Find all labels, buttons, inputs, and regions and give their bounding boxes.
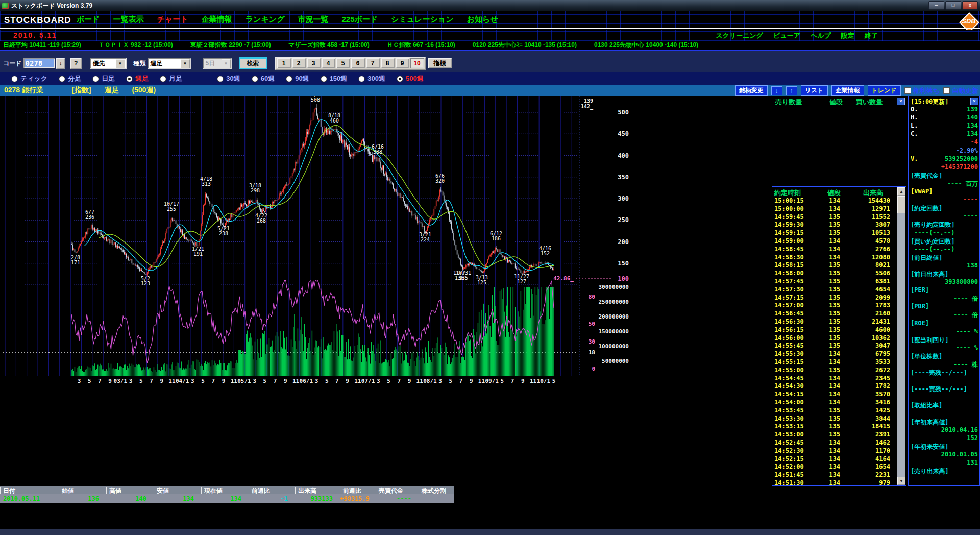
radio-circle-icon[interactable]	[11, 76, 18, 82]
menu-item-8[interactable]: シミュレーション	[391, 15, 453, 25]
radio-週足[interactable]: 週足	[126, 74, 149, 83]
chart-count-button-7[interactable]: 7	[366, 58, 380, 68]
chevron-down-icon[interactable]: ▼	[181, 59, 190, 68]
checkbox-2[interactable]: 自動更新	[943, 86, 978, 95]
right-link-3[interactable]: ヘルプ	[811, 31, 831, 40]
right-link-4[interactable]: 設定	[841, 31, 854, 40]
candle-body	[518, 269, 519, 269]
candle-body	[255, 202, 256, 202]
chart-count-button-10[interactable]: 10	[410, 58, 424, 68]
volume-bar	[413, 352, 413, 376]
chart-count-button-8[interactable]: 8	[381, 58, 395, 68]
trade-row: 14:54:001343416	[772, 399, 897, 407]
chevron-down-icon[interactable]: ▼	[116, 59, 125, 68]
menu-item-4[interactable]: 企業情報	[202, 15, 232, 25]
period-select[interactable]: 週足 ▼	[148, 58, 191, 69]
radio-30週[interactable]: 30週	[217, 74, 240, 83]
radio-circle-icon[interactable]	[160, 76, 166, 82]
scroll-thumb[interactable]	[897, 196, 905, 213]
checkbox-icon[interactable]	[904, 87, 911, 94]
checkbox-1[interactable]: 権利落ち	[904, 86, 940, 95]
candle-body	[93, 228, 94, 229]
radio-circle-icon[interactable]	[397, 76, 403, 82]
chart-count-button-3[interactable]: 3	[307, 58, 321, 68]
menu-item-2[interactable]: 一覧表示	[113, 15, 144, 25]
radio-circle-icon[interactable]	[59, 76, 65, 82]
radio-label: 90週	[295, 74, 309, 83]
candle-body	[506, 258, 507, 258]
header-button-1[interactable]: 銘柄変更	[735, 85, 768, 96]
radio-分足[interactable]: 分足	[59, 74, 81, 83]
candle-body	[112, 240, 113, 245]
volume-bar	[140, 367, 141, 376]
candle-body	[265, 206, 266, 212]
scroll-up-icon[interactable]: ▲	[897, 187, 905, 196]
info-line: L.134	[909, 122, 980, 130]
right-link-2[interactable]: ビューア	[773, 31, 800, 40]
chart-count-button-9[interactable]: 9	[396, 58, 409, 68]
candle-body	[222, 223, 223, 225]
chart-count-button-6[interactable]: 6	[351, 58, 365, 68]
radio-circle-icon[interactable]	[252, 76, 258, 82]
chart-count-button-4[interactable]: 4	[322, 58, 335, 68]
info-line: [配当利回り]	[909, 336, 980, 344]
radio-circle-icon[interactable]	[358, 76, 365, 82]
radio-circle-icon[interactable]	[321, 76, 327, 82]
right-link-5[interactable]: 終了	[865, 31, 878, 40]
summary-cell-1: 2010.05.11	[3, 495, 40, 502]
radio-90週[interactable]: 90週	[286, 74, 309, 83]
menu-item-5[interactable]: ランキング	[246, 15, 285, 25]
menu-item-9[interactable]: お知らせ	[467, 15, 498, 25]
header-button-3[interactable]: ↑	[786, 86, 797, 95]
radio-300週[interactable]: 300週	[358, 74, 385, 83]
candle-body	[464, 268, 465, 268]
menu-item-1[interactable]: ボード	[77, 15, 100, 25]
chart-count-button-5[interactable]: 5	[336, 58, 350, 68]
radio-150週[interactable]: 150週	[321, 74, 348, 83]
radio-circle-icon[interactable]	[126, 76, 133, 82]
chart-count-button-2[interactable]: 2	[292, 58, 306, 68]
menu-item-7[interactable]: 225ボード	[342, 15, 378, 25]
radio-日足[interactable]: 日足	[92, 74, 115, 83]
checkbox-icon[interactable]	[943, 87, 950, 94]
radio-circle-icon[interactable]	[92, 76, 99, 82]
priority-select[interactable]: 優先 ▼	[90, 58, 127, 69]
candle-body	[189, 240, 190, 240]
volume-bar	[155, 370, 155, 376]
menu-item-3[interactable]: チャート	[157, 15, 188, 25]
right-link-1[interactable]: スクリーニング	[716, 31, 763, 40]
indicator-button[interactable]: 指標	[428, 58, 452, 68]
maximize-button[interactable]: □	[945, 1, 961, 10]
volume-bar	[442, 348, 442, 376]
trade-scrollbar[interactable]: ▲ ▼	[897, 187, 905, 485]
close-icon[interactable]: ×	[897, 98, 905, 105]
menu-item-6[interactable]: 市況一覧	[298, 15, 329, 25]
radio-circle-icon[interactable]	[217, 76, 224, 82]
header-button-6[interactable]: トレンド	[868, 85, 901, 96]
radio-circle-icon[interactable]	[286, 76, 292, 82]
radio-500週[interactable]: 500週	[397, 74, 424, 83]
code-input[interactable]	[23, 58, 55, 68]
radio-ティック[interactable]: ティック	[11, 74, 47, 83]
help-button[interactable]: ?	[70, 58, 82, 69]
header-button-5[interactable]: 企業情報	[831, 85, 864, 96]
volume-bar	[205, 361, 206, 376]
summary-cell-6: -1	[249, 495, 288, 502]
info-value: 393880800	[945, 278, 978, 285]
header-button-2[interactable]: ↓	[771, 86, 782, 95]
code-down-button[interactable]: ↓	[56, 58, 65, 69]
radio-月足[interactable]: 月足	[160, 74, 182, 83]
candle-body	[108, 239, 109, 240]
minimize-button[interactable]: ─	[928, 1, 944, 10]
radio-60週[interactable]: 60週	[252, 74, 275, 83]
volume-bar	[81, 366, 82, 376]
scroll-down-icon[interactable]: ▼	[897, 477, 905, 485]
trade-time: 14:58:00	[774, 270, 804, 277]
close-button[interactable]: x	[962, 1, 978, 10]
volume-bar	[475, 353, 476, 376]
chart-count-button-1[interactable]: 1	[277, 58, 291, 68]
candle-body	[447, 207, 448, 209]
candle-body	[356, 152, 357, 153]
search-button[interactable]: 検索	[239, 58, 267, 69]
header-button-4[interactable]: リスト	[801, 85, 828, 96]
